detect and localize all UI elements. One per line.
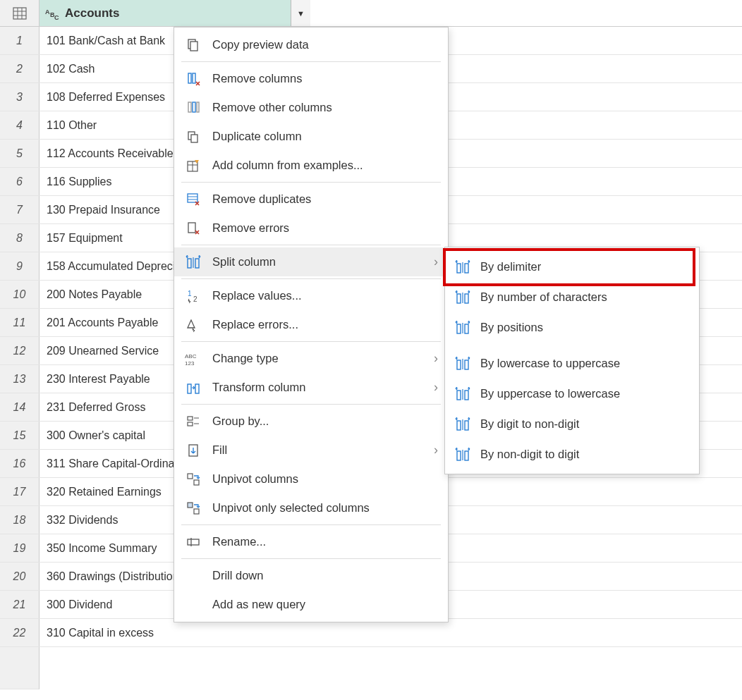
- menu-unpivot[interactable]: Unpivot columns: [174, 465, 448, 493]
- svg-rect-60: [465, 421, 468, 430]
- menu-fill[interactable]: Fill ›: [174, 436, 448, 465]
- row-number[interactable]: 8: [0, 224, 39, 252]
- menu-replace-errors[interactable]: Replace errors...: [174, 310, 448, 339]
- row-number[interactable]: 20: [0, 563, 39, 590]
- menu-label: Unpivot only selected columns: [212, 501, 370, 515]
- row-number[interactable]: 2: [0, 55, 39, 82]
- submenu-lower-to-upper[interactable]: By lowercase to uppercase: [445, 348, 699, 379]
- svg-rect-9: [190, 42, 197, 51]
- row-number[interactable]: 1: [0, 27, 39, 54]
- svg-rect-25: [195, 259, 199, 268]
- split-icon: [455, 260, 470, 274]
- submenu-label: By uppercase to lowercase: [480, 387, 620, 400]
- row-number[interactable]: 7: [0, 196, 39, 223]
- change-type-icon: ABC123: [185, 352, 202, 366]
- menu-label: Drill down: [212, 569, 263, 582]
- duplicate-icon: [186, 130, 200, 144]
- menu-label: Fill: [212, 443, 227, 457]
- column-context-menu: Copy preview data Remove columns Remove …: [174, 27, 449, 622]
- row-number[interactable]: 11: [0, 309, 39, 336]
- row-number[interactable]: 22: [0, 619, 39, 646]
- unpivot-selected-icon: [186, 501, 200, 515]
- svg-text:A: A: [45, 8, 50, 16]
- svg-rect-63: [465, 451, 468, 460]
- submenu-by-positions[interactable]: By positions: [445, 312, 699, 343]
- svg-rect-54: [465, 360, 468, 369]
- column-header-accounts[interactable]: A B C Accounts ▼: [39, 0, 310, 26]
- menu-separator: [181, 404, 441, 405]
- menu-remove-duplicates[interactable]: Remove duplicates: [174, 185, 448, 214]
- submenu-non-to-digit[interactable]: By non-digit to digit: [445, 439, 699, 469]
- row-value[interactable]: 310 Capital in excess: [39, 619, 310, 646]
- row-number[interactable]: 15: [0, 422, 39, 449]
- row-number[interactable]: 17: [0, 478, 39, 505]
- menu-unpivot-selected[interactable]: Unpivot only selected columns: [174, 493, 448, 522]
- menu-replace-values[interactable]: 12 Replace values...: [174, 281, 448, 310]
- menu-label: Change type: [212, 352, 279, 365]
- menu-split-column[interactable]: Split column ›: [174, 247, 448, 276]
- menu-transform-column[interactable]: Transform column ›: [174, 373, 448, 402]
- svg-rect-32: [195, 384, 199, 393]
- unpivot-icon: [186, 472, 200, 486]
- row-number[interactable]: 16: [0, 450, 39, 477]
- submenu-by-delimiter[interactable]: By delimiter: [445, 252, 699, 282]
- menu-add-from-examples[interactable]: Add column from examples...: [174, 151, 448, 180]
- row-number[interactable]: 9: [0, 252, 39, 280]
- row-number[interactable]: 4: [0, 111, 39, 139]
- svg-rect-14: [197, 102, 199, 112]
- menu-add-as-query[interactable]: Add as new query: [174, 590, 448, 619]
- svg-text:123: 123: [185, 360, 195, 366]
- submenu-by-num-chars[interactable]: By number of characters: [445, 282, 699, 312]
- menu-label: Replace errors...: [212, 318, 298, 331]
- svg-rect-40: [188, 503, 193, 508]
- row-number[interactable]: 3: [0, 83, 39, 111]
- row-number[interactable]: 5: [0, 140, 39, 167]
- row-number[interactable]: 14: [0, 393, 39, 421]
- svg-rect-39: [194, 480, 199, 485]
- svg-text:1: 1: [188, 290, 192, 297]
- remove-errors-icon: [186, 221, 200, 235]
- menu-copy-preview[interactable]: Copy preview data: [174, 30, 448, 59]
- chevron-right-icon: ›: [434, 443, 438, 458]
- row-number[interactable]: 18: [0, 506, 39, 534]
- row-number[interactable]: 13: [0, 365, 39, 393]
- menu-label: Copy preview data: [212, 38, 309, 51]
- submenu-digit-to-non[interactable]: By digit to non-digit: [445, 409, 699, 439]
- svg-rect-10: [188, 73, 191, 83]
- svg-text:C: C: [54, 14, 59, 20]
- row-number[interactable]: 21: [0, 591, 39, 618]
- table-row[interactable]: 22310 Capital in excess: [0, 619, 742, 647]
- menu-drill-down[interactable]: Drill down: [174, 561, 448, 590]
- column-dropdown-button[interactable]: ▼: [291, 0, 310, 26]
- table-corner-cell[interactable]: [0, 0, 39, 26]
- row-number[interactable]: 10: [0, 281, 39, 308]
- svg-rect-53: [457, 360, 461, 369]
- svg-rect-51: [465, 324, 468, 333]
- svg-rect-13: [193, 102, 195, 112]
- split-column-icon: [186, 255, 201, 269]
- table-icon: [13, 7, 27, 20]
- menu-separator: [181, 341, 441, 342]
- menu-group-by[interactable]: Group by...: [174, 407, 448, 436]
- menu-remove-other-columns[interactable]: Remove other columns: [174, 93, 448, 122]
- remove-other-icon: [186, 101, 200, 115]
- submenu-label: By digit to non-digit: [480, 417, 579, 431]
- menu-change-type[interactable]: ABC123 Change type ›: [174, 344, 448, 373]
- row-number[interactable]: 12: [0, 337, 39, 364]
- row-number[interactable]: 6: [0, 168, 39, 195]
- menu-separator: [181, 278, 441, 279]
- svg-rect-24: [188, 259, 191, 268]
- submenu-upper-to-lower[interactable]: By uppercase to lowercase: [445, 379, 699, 409]
- menu-remove-columns[interactable]: Remove columns: [174, 64, 448, 93]
- menu-remove-errors[interactable]: Remove errors: [174, 214, 448, 242]
- svg-rect-57: [465, 391, 468, 400]
- menu-rename[interactable]: Rename...: [174, 527, 448, 556]
- split-icon: [455, 321, 470, 335]
- row-number[interactable]: 19: [0, 534, 39, 562]
- svg-rect-42: [188, 539, 199, 545]
- svg-rect-59: [457, 421, 461, 430]
- menu-label: Transform column: [212, 381, 305, 394]
- menu-duplicate-column[interactable]: Duplicate column: [174, 122, 448, 151]
- menu-label: Replace values...: [212, 289, 302, 302]
- column-header-label: Accounts: [65, 6, 119, 20]
